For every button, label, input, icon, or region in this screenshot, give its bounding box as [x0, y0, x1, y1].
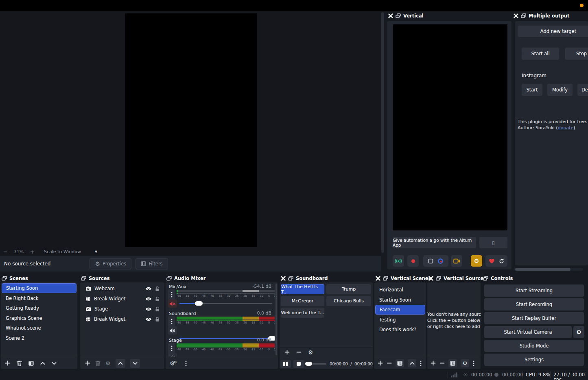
preview-vertical-scrollbar[interactable] [381, 12, 384, 253]
start-all-button[interactable]: Start all [522, 48, 559, 60]
add-scene-button[interactable] [5, 360, 10, 366]
channel-menu-button[interactable] [168, 343, 175, 354]
move-scene-up-button[interactable] [408, 359, 416, 367]
vertical-record-button[interactable] [407, 255, 419, 267]
mute-button[interactable] [168, 326, 177, 334]
scene-item[interactable]: Scene 2 [2, 333, 77, 343]
stop-button[interactable] [293, 360, 304, 368]
vertical-settings-button[interactable]: ⚙ [471, 255, 482, 267]
vertical-backtrack-button[interactable] [423, 255, 448, 267]
zoom-out-button[interactable]: − [0, 249, 11, 255]
source-row[interactable]: Webcam [80, 284, 164, 293]
move-source-up-button[interactable] [116, 359, 125, 368]
popout-icon[interactable] [2, 276, 7, 281]
add-new-target-button[interactable]: Add new target [518, 26, 588, 37]
popout-icon[interactable] [166, 276, 172, 281]
volume-slider[interactable] [179, 299, 272, 307]
popout-icon[interactable] [483, 276, 488, 281]
remove-source-button[interactable] [439, 360, 445, 366]
remove-scene-button[interactable] [387, 360, 392, 366]
properties-button[interactable]: ⚙ Properties [90, 258, 131, 269]
vertical-scene-item[interactable]: Does this work? [375, 325, 425, 334]
popout-icon[interactable] [436, 276, 441, 281]
popout-icon[interactable] [288, 276, 293, 281]
close-icon[interactable] [428, 276, 433, 281]
start-streaming-button[interactable]: Start Streaming [484, 284, 584, 297]
multiple-output-hscrollbar[interactable] [514, 268, 583, 271]
add-scene-button[interactable] [378, 360, 383, 366]
aitum-promo-button[interactable]: Give automation a go with the Aitum App [393, 237, 476, 248]
mute-button[interactable] [168, 300, 177, 308]
popout-icon[interactable] [81, 276, 86, 281]
close-icon[interactable] [514, 13, 518, 18]
soundboard-settings-button[interactable]: ⚙ [308, 350, 313, 355]
source-properties-button[interactable]: ⚙ [461, 359, 469, 367]
scale-mode-select[interactable]: Scale to Window [44, 249, 81, 254]
dock-menu-button[interactable] [473, 360, 474, 366]
source-properties-button[interactable]: ⚙ [105, 360, 111, 366]
scene-item[interactable]: Be Right Back [2, 293, 77, 303]
scene-filters-button[interactable] [28, 361, 34, 366]
soundboard-sound-button[interactable]: Chicago Bulls [326, 296, 371, 306]
soundboard-sound-button[interactable]: Welcome to the T... [281, 308, 324, 318]
slider-handle[interactable] [305, 362, 312, 366]
mixer-vertical-scrollbar[interactable] [275, 284, 277, 355]
remove-source-button[interactable] [95, 360, 101, 366]
stop-all-button[interactable]: Stop a [565, 48, 588, 60]
chevron-down-icon[interactable]: ▼ [95, 250, 97, 254]
target-delete-button[interactable]: De [577, 84, 588, 96]
remove-sound-button[interactable] [296, 350, 302, 355]
visibility-eye-icon[interactable] [145, 317, 152, 321]
soundboard-sound-button[interactable]: What The Hell Is T... [281, 284, 324, 294]
vertical-stream-button[interactable] [393, 255, 404, 267]
scene-item[interactable]: Starting Soon [2, 283, 77, 293]
lock-icon[interactable] [155, 296, 160, 302]
advanced-audio-button[interactable]: ⚙⚙ [170, 360, 177, 367]
channel-menu-button[interactable] [168, 316, 175, 327]
close-icon[interactable] [376, 276, 380, 281]
close-icon[interactable] [281, 276, 286, 281]
start-replay-buffer-button[interactable]: Start Replay Buffer [484, 312, 584, 324]
lock-icon[interactable] [155, 317, 160, 322]
vertical-support-button[interactable] [485, 255, 507, 267]
hscrollbar-thumb[interactable] [515, 268, 571, 271]
popout-icon[interactable] [383, 276, 388, 281]
mixer-menu-button[interactable] [185, 360, 187, 366]
aitum-extra-button[interactable]: ▯ [479, 237, 507, 248]
source-row[interactable]: Break Widget [80, 294, 164, 304]
vertical-scene-item[interactable]: Facecam [375, 305, 425, 315]
visibility-eye-icon[interactable] [145, 287, 152, 291]
target-start-button[interactable]: Start [522, 84, 542, 96]
mute-button[interactable] [168, 353, 177, 356]
zoom-in-button[interactable]: + [27, 249, 37, 255]
target-modify-button[interactable]: Modify [547, 84, 573, 96]
remove-scene-button[interactable] [17, 360, 22, 366]
lock-icon[interactable] [155, 306, 160, 312]
move-scene-up-button[interactable] [40, 362, 45, 365]
source-row[interactable]: Break Widget [80, 314, 164, 324]
soundboard-sound-button[interactable]: McGregor [281, 296, 324, 306]
source-row[interactable]: Stage [80, 304, 164, 314]
settings-button[interactable]: Settings [484, 354, 584, 366]
scene-item[interactable]: Getting Ready [2, 303, 77, 313]
scene-item[interactable]: Whatnot scene [2, 323, 77, 333]
virtual-camera-config-button[interactable]: ⚙ [573, 326, 584, 338]
channel-menu-button[interactable] [168, 289, 175, 300]
vertical-scene-item[interactable]: Testing [375, 315, 425, 325]
dock-menu-button[interactable] [420, 360, 422, 366]
donate-link[interactable]: donate [558, 125, 574, 130]
start-recording-button[interactable]: Start Recording [484, 298, 584, 311]
lock-icon[interactable] [155, 286, 160, 291]
source-filters-button[interactable] [448, 359, 457, 367]
scene-item[interactable]: Graphics Scene [2, 313, 77, 323]
add-source-button[interactable] [85, 360, 90, 366]
vertical-camera-button[interactable] [451, 255, 462, 267]
filters-button[interactable]: Filters [136, 258, 168, 269]
start-virtual-camera-button[interactable]: Start Virtual Camera [484, 326, 572, 338]
studio-mode-button[interactable]: Studio Mode [484, 340, 584, 352]
add-sound-button[interactable] [284, 350, 290, 355]
scene-filters-button[interactable] [396, 359, 404, 367]
visibility-eye-icon[interactable] [145, 297, 152, 301]
close-icon[interactable] [388, 13, 393, 18]
visibility-eye-icon[interactable] [145, 307, 152, 311]
